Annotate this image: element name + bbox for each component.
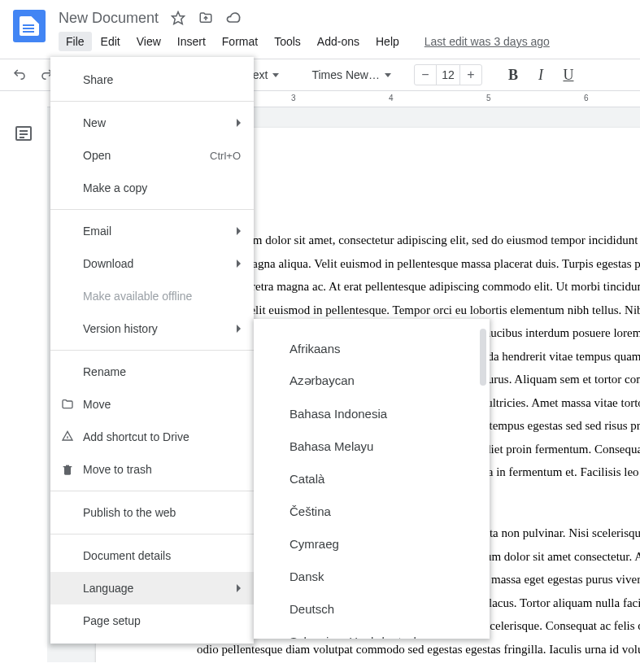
language-option[interactable]: Català xyxy=(254,462,490,495)
language-option[interactable]: Čeština xyxy=(254,495,490,527)
file-menu-doc-details[interactable]: Document details xyxy=(50,539,254,572)
star-icon[interactable] xyxy=(170,10,186,26)
menu-edit[interactable]: Edit xyxy=(94,32,128,51)
svg-marker-0 xyxy=(172,12,185,24)
language-option[interactable]: Cymraeg xyxy=(254,527,490,560)
menu-view[interactable]: View xyxy=(129,32,168,51)
drive-shortcut-icon xyxy=(60,430,75,444)
language-option[interactable]: Dansk xyxy=(254,560,490,592)
chevron-down-icon xyxy=(272,73,279,77)
language-option[interactable]: Bahasa Indonesia xyxy=(254,397,490,430)
undo-button[interactable] xyxy=(8,63,31,86)
menu-insert[interactable]: Insert xyxy=(170,32,213,51)
shortcut-label: Ctrl+O xyxy=(210,150,241,162)
chevron-right-icon xyxy=(237,227,241,235)
file-menu-new[interactable]: New xyxy=(50,107,254,139)
file-menu-rename[interactable]: Rename xyxy=(50,356,254,388)
language-option[interactable]: Afrikaans xyxy=(254,332,490,364)
language-option[interactable]: Azərbaycan xyxy=(254,364,490,397)
menu-divider xyxy=(50,534,254,535)
font-family-label: Times New… xyxy=(311,68,380,81)
file-menu-open[interactable]: OpenCtrl+O xyxy=(50,139,254,172)
chevron-right-icon xyxy=(237,260,241,268)
docs-logo[interactable] xyxy=(13,10,46,42)
language-submenu: Afrikaans Azərbaycan Bahasa Indonesia Ba… xyxy=(254,319,490,639)
file-menu: Share New OpenCtrl+O Make a copy Email D… xyxy=(50,57,254,644)
chevron-down-icon xyxy=(385,73,391,77)
menu-format[interactable]: Format xyxy=(215,32,265,51)
file-menu-language[interactable]: Language xyxy=(50,572,254,604)
scrollbar-thumb[interactable] xyxy=(480,329,486,386)
bold-button[interactable]: B xyxy=(502,63,525,86)
ruler-mark: 5 xyxy=(486,94,491,103)
menu-divider xyxy=(50,101,254,102)
font-size-decrease[interactable]: − xyxy=(415,65,436,85)
ruler-mark: 4 xyxy=(389,94,394,103)
underline-button[interactable]: U xyxy=(557,63,580,86)
chevron-right-icon xyxy=(237,119,241,127)
menu-tools[interactable]: Tools xyxy=(267,32,308,51)
move-to-folder-icon[interactable] xyxy=(198,10,214,26)
file-menu-email[interactable]: Email xyxy=(50,215,254,247)
cloud-status-icon[interactable] xyxy=(225,10,242,26)
language-option[interactable]: Bahasa Melayu xyxy=(254,430,490,462)
menu-divider xyxy=(50,209,254,210)
folder-icon xyxy=(60,397,75,412)
file-menu-publish[interactable]: Publish to the web xyxy=(50,496,254,529)
font-size-input[interactable] xyxy=(436,65,460,85)
file-menu-download[interactable]: Download xyxy=(50,247,254,280)
ruler-mark: 3 xyxy=(291,94,296,103)
ruler-mark: 6 xyxy=(584,94,589,103)
document-outline-icon[interactable] xyxy=(14,124,33,143)
language-option[interactable]: Deutsch xyxy=(254,592,490,625)
font-size-increase[interactable]: + xyxy=(460,65,481,85)
file-menu-share[interactable]: Share xyxy=(50,63,254,96)
font-family-dropdown[interactable]: Times New… xyxy=(308,68,394,81)
chevron-right-icon xyxy=(237,325,241,333)
italic-button[interactable]: I xyxy=(529,63,552,86)
file-menu-make-copy[interactable]: Make a copy xyxy=(50,172,254,204)
font-size-stepper[interactable]: − + xyxy=(414,64,482,85)
menu-addons[interactable]: Add-ons xyxy=(310,32,367,51)
file-menu-trash[interactable]: Move to trash xyxy=(50,453,254,486)
trash-icon xyxy=(60,462,75,477)
menu-help[interactable]: Help xyxy=(368,32,407,51)
menu-file[interactable]: File xyxy=(59,32,92,51)
file-menu-move[interactable]: Move xyxy=(50,388,254,421)
last-edit-link[interactable]: Last edit was 3 days ago xyxy=(424,35,550,48)
language-option[interactable]: Schweizer Hochdeutsch xyxy=(254,625,490,639)
menu-divider xyxy=(50,350,254,351)
file-menu-page-setup[interactable]: Page setup xyxy=(50,604,254,637)
menu-divider xyxy=(50,491,254,491)
menubar: File Edit View Insert Format Tools Add-o… xyxy=(59,29,633,54)
document-title[interactable]: New Document xyxy=(59,10,159,27)
file-menu-offline: Make available offline xyxy=(50,280,254,312)
file-menu-add-shortcut[interactable]: Add shortcut to Drive xyxy=(50,421,254,453)
chevron-right-icon xyxy=(237,584,241,592)
file-menu-version-history[interactable]: Version history xyxy=(50,312,254,345)
